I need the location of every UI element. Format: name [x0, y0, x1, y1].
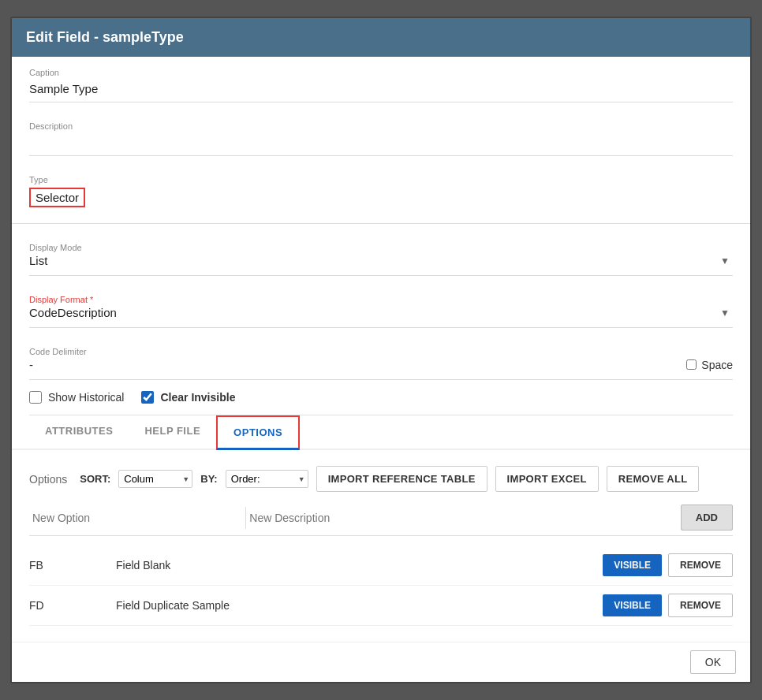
option-code-fd: FD — [29, 599, 116, 612]
show-historical-checkbox[interactable] — [29, 391, 42, 404]
space-checkbox[interactable] — [686, 359, 697, 370]
checkboxes-row: Show Historical Clear Invisible — [12, 391, 750, 415]
caption-section: Caption Sample Type — [12, 57, 750, 110]
code-delimiter-section: Code Delimiter Space — [12, 336, 750, 391]
import-reference-table-button[interactable]: IMPORT REFERENCE TABLE — [316, 466, 487, 492]
options-label: Options — [29, 473, 67, 486]
options-list: FB Field Blank VISIBLE REMOVE FD Field D… — [29, 545, 733, 626]
options-panel: Options SORT: Colum Code Description BY:… — [12, 450, 750, 642]
import-excel-button[interactable]: IMPORT EXCEL — [495, 466, 599, 492]
description-value — [29, 132, 733, 156]
remove-all-button[interactable]: REMOVE ALL — [607, 466, 700, 492]
show-historical-label: Show Historical — [48, 391, 124, 404]
remove-button-fb[interactable]: REMOVE — [668, 553, 733, 577]
clear-invisible-item: Clear Invisible — [141, 391, 235, 404]
code-delimiter-row: Space — [29, 358, 733, 380]
description-section: Description — [12, 110, 750, 164]
tab-options[interactable]: OPTIONS — [216, 415, 300, 450]
code-delimiter-input[interactable] — [29, 358, 686, 371]
sort-select[interactable]: Colum Code Description — [118, 470, 192, 488]
display-mode-select[interactable]: List Dropdown Radio — [29, 254, 733, 267]
clear-invisible-checkbox[interactable] — [141, 391, 154, 404]
tabs-row: ATTRIBUTES HELP FILE OPTIONS — [12, 415, 750, 450]
new-option-input[interactable] — [29, 507, 245, 529]
add-button[interactable]: ADD — [681, 505, 733, 531]
display-mode-label: Display Mode — [29, 243, 733, 252]
ok-button[interactable]: OK — [690, 650, 736, 674]
caption-value: Sample Type — [29, 79, 733, 102]
display-format-wrapper[interactable]: CodeDescription Code Description ▼ — [29, 306, 733, 319]
visible-button-fd[interactable]: VISIBLE — [603, 594, 662, 616]
display-mode-section: Display Mode List Dropdown Radio ▼ — [12, 232, 750, 284]
display-mode-row: List Dropdown Radio ▼ — [29, 254, 733, 276]
tab-help-file[interactable]: HELP FILE — [129, 415, 216, 450]
new-option-row: ADD — [29, 505, 733, 536]
display-format-label: Display Format * — [29, 295, 733, 304]
show-historical-item: Show Historical — [29, 391, 124, 404]
space-label-row: Space — [686, 359, 733, 371]
by-select-wrap[interactable]: Order: Order: ASC Order: DESC — [226, 470, 308, 488]
options-toolbar: Options SORT: Colum Code Description BY:… — [29, 466, 733, 492]
dialog-body: Caption Sample Type Description Type Sel… — [12, 57, 750, 642]
display-format-section: Display Format * CodeDescription Code De… — [12, 284, 750, 336]
sort-label: SORT: — [80, 473, 110, 485]
table-row: FB Field Blank VISIBLE REMOVE — [29, 545, 733, 586]
display-format-row: CodeDescription Code Description ▼ — [29, 306, 733, 328]
type-label: Type — [29, 175, 733, 184]
remove-button-fd[interactable]: REMOVE — [668, 594, 733, 617]
tab-attributes[interactable]: ATTRIBUTES — [29, 415, 129, 450]
sort-select-wrap[interactable]: Colum Code Description — [118, 470, 192, 488]
by-label: BY: — [200, 473, 217, 485]
type-section: Type Selector — [12, 164, 750, 224]
option-desc-fb: Field Blank — [116, 559, 603, 572]
dialog-footer: OK — [12, 642, 750, 682]
type-value: Selector — [29, 188, 85, 207]
new-description-input[interactable] — [245, 507, 673, 529]
dialog-title: Edit Field - sampleType — [26, 29, 184, 45]
space-label-text: Space — [701, 359, 733, 371]
option-code-fb: FB — [29, 559, 116, 572]
code-delimiter-label: Code Delimiter — [29, 347, 733, 356]
caption-label: Caption — [29, 68, 733, 77]
option-desc-fd: Field Duplicate Sample — [116, 599, 603, 612]
description-label: Description — [29, 121, 733, 131]
edit-field-dialog: Edit Field - sampleType Caption Sample T… — [10, 17, 752, 683]
dialog-header: Edit Field - sampleType — [12, 18, 750, 57]
by-select[interactable]: Order: Order: ASC Order: DESC — [226, 470, 308, 488]
display-format-select[interactable]: CodeDescription Code Description — [29, 306, 733, 319]
table-row: FD Field Duplicate Sample VISIBLE REMOVE — [29, 586, 733, 626]
clear-invisible-label: Clear Invisible — [160, 391, 235, 404]
display-mode-wrapper[interactable]: List Dropdown Radio ▼ — [29, 254, 733, 267]
visible-button-fb[interactable]: VISIBLE — [603, 554, 662, 576]
